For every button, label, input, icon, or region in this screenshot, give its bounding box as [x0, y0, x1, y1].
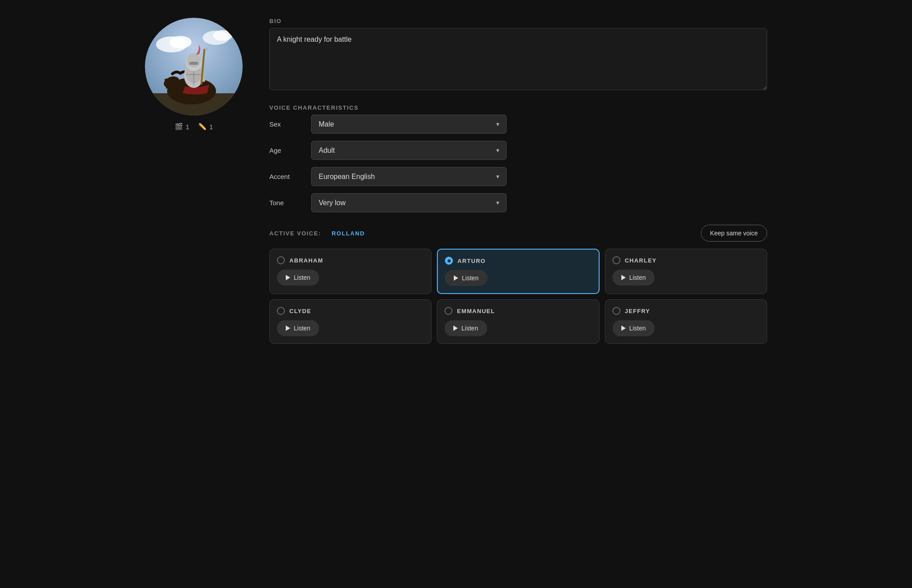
- voice-card-header-emmanuel: EMMANUEL: [444, 307, 592, 315]
- sex-field-row: Sex Male Female Other ▼: [269, 115, 767, 134]
- listen-label-charley: Listen: [629, 274, 646, 281]
- bio-textarea[interactable]: [269, 28, 767, 90]
- active-voice-label: ACTIVE VOICE:: [269, 230, 321, 237]
- tone-field-row: Tone Very low Low Medium High Very high …: [269, 193, 767, 212]
- accent-select[interactable]: American English European English Britis…: [311, 167, 507, 186]
- age-select-wrapper: Child Teen Adult Senior ▼: [311, 141, 507, 160]
- voice-card-clyde[interactable]: CLYDE Listen: [269, 299, 432, 344]
- tone-select-wrapper: Very low Low Medium High Very high ▼: [311, 193, 507, 212]
- listen-label-abraham: Listen: [294, 274, 310, 281]
- voice-name-jeffry: JEFFRY: [625, 308, 650, 314]
- svg-point-3: [169, 36, 192, 48]
- voice-name-clyde: CLYDE: [289, 308, 311, 314]
- voice-grid: ABRAHAM Listen ARTURO Listen: [269, 249, 767, 344]
- tone-select[interactable]: Very low Low Medium High Very high: [311, 193, 507, 212]
- voice-characteristics-fields: Sex Male Female Other ▼ Age Chi: [269, 115, 767, 212]
- play-icon-clyde: [286, 326, 290, 331]
- avatar-image: [145, 18, 243, 115]
- radio-btn-jeffry: [612, 307, 620, 315]
- main-layout: 🎬 1 ✏️ 1 BIO VOICE CHARACTERISTICS Sex: [145, 18, 767, 344]
- notes-icon: ✏️: [198, 123, 207, 131]
- scenes-count: 1: [186, 123, 189, 131]
- notes-stat: ✏️ 1: [198, 123, 213, 131]
- bio-label: BIO: [269, 18, 767, 24]
- voice-name-arturo: ARTURO: [457, 258, 485, 264]
- listen-button-jeffry[interactable]: Listen: [612, 320, 655, 336]
- scenes-stat: 🎬 1: [175, 123, 189, 131]
- play-icon-emmanuel: [453, 326, 458, 331]
- listen-label-clyde: Listen: [294, 325, 310, 332]
- svg-point-15: [187, 53, 201, 68]
- age-label: Age: [269, 147, 300, 154]
- play-icon-abraham: [286, 275, 290, 280]
- listen-label-arturo: Listen: [462, 274, 478, 282]
- voice-card-header-arturo: ARTURO: [445, 257, 591, 265]
- voice-card-header-abraham: ABRAHAM: [277, 256, 424, 264]
- listen-button-abraham[interactable]: Listen: [277, 270, 319, 286]
- accent-label: Accent: [269, 173, 300, 180]
- listen-button-emmanuel[interactable]: Listen: [444, 320, 487, 336]
- voice-name-charley: CHARLEY: [625, 257, 657, 264]
- radio-btn-arturo: [445, 257, 453, 265]
- right-panel: BIO VOICE CHARACTERISTICS Sex Male Femal…: [269, 18, 767, 344]
- voice-card-header-clyde: CLYDE: [277, 307, 424, 315]
- avatar: [145, 18, 243, 115]
- voice-card-arturo[interactable]: ARTURO Listen: [437, 249, 599, 294]
- notes-count: 1: [209, 123, 213, 131]
- radio-btn-emmanuel: [444, 307, 452, 315]
- svg-point-5: [213, 30, 232, 41]
- listen-button-charley[interactable]: Listen: [612, 270, 655, 286]
- listen-button-arturo[interactable]: Listen: [445, 270, 487, 286]
- radio-btn-clyde: [277, 307, 285, 315]
- play-icon-arturo: [454, 275, 458, 281]
- age-field-row: Age Child Teen Adult Senior ▼: [269, 141, 767, 160]
- listen-label-jeffry: Listen: [629, 325, 646, 332]
- play-icon-charley: [621, 275, 626, 280]
- svg-rect-16: [189, 62, 198, 65]
- voice-name-abraham: ABRAHAM: [289, 257, 323, 264]
- voice-card-jeffry[interactable]: JEFFRY Listen: [605, 299, 767, 344]
- voice-card-emmanuel[interactable]: EMMANUEL Listen: [437, 299, 599, 344]
- sex-select-wrapper: Male Female Other ▼: [311, 115, 507, 134]
- play-icon-jeffry: [621, 326, 626, 331]
- active-voice-section: ACTIVE VOICE: ROLLAND Keep same voice AB…: [269, 225, 767, 344]
- voice-name-emmanuel: EMMANUEL: [457, 308, 495, 314]
- voice-card-charley[interactable]: CHARLEY Listen: [605, 249, 767, 294]
- voice-characteristics-label: VOICE CHARACTERISTICS: [269, 104, 767, 111]
- keep-same-voice-button[interactable]: Keep same voice: [701, 225, 767, 242]
- listen-button-clyde[interactable]: Listen: [277, 320, 319, 336]
- accent-field-row: Accent American English European English…: [269, 167, 767, 186]
- voice-card-header-jeffry: JEFFRY: [612, 307, 760, 315]
- camera-icon: 🎬: [175, 123, 183, 131]
- voice-characteristics-section: VOICE CHARACTERISTICS Sex Male Female Ot…: [269, 104, 767, 212]
- radio-btn-charley: [612, 256, 620, 264]
- active-voice-name: ROLLAND: [332, 230, 364, 237]
- stats-row: 🎬 1 ✏️ 1: [175, 123, 213, 131]
- listen-label-emmanuel: Listen: [461, 325, 478, 332]
- accent-select-wrapper: American English European English Britis…: [311, 167, 507, 186]
- radio-btn-abraham: [277, 256, 285, 264]
- tone-label: Tone: [269, 199, 300, 207]
- voice-card-header-charley: CHARLEY: [612, 256, 760, 264]
- bio-section: BIO: [269, 18, 767, 92]
- left-panel: 🎬 1 ✏️ 1: [145, 18, 243, 344]
- sex-label: Sex: [269, 120, 300, 128]
- active-voice-header: ACTIVE VOICE: ROLLAND Keep same voice: [269, 225, 767, 242]
- sex-select[interactable]: Male Female Other: [311, 115, 507, 134]
- age-select[interactable]: Child Teen Adult Senior: [311, 141, 507, 160]
- voice-card-abraham[interactable]: ABRAHAM Listen: [269, 249, 432, 294]
